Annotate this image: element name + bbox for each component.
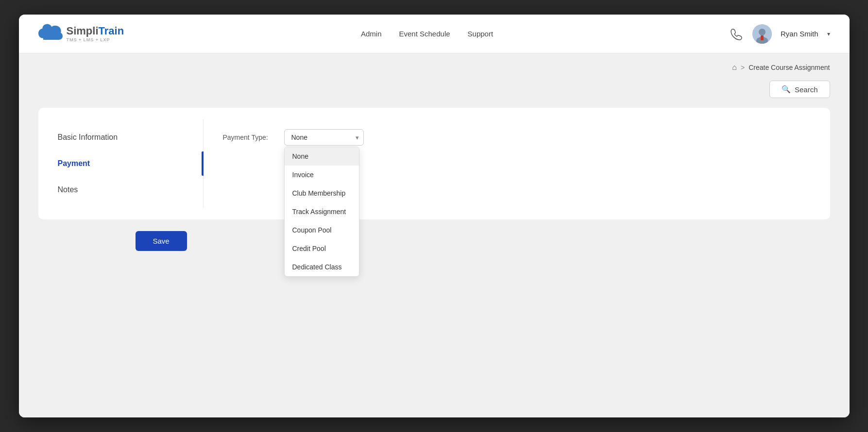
payment-type-row: Payment Type: None Invoice Club Membersh… [223,129,811,146]
dropdown-item-club-membership[interactable]: Club Membership [285,184,359,202]
search-label: Search [795,85,818,94]
phone-icon[interactable] [730,27,744,41]
logo-text: SimpliTrain TMS + LMS + LXP [67,25,124,42]
payment-type-label: Payment Type: [223,133,276,141]
logo-train: Train [99,25,124,37]
logo-simpli: Simpli [67,25,99,37]
search-button[interactable]: 🔍 Search [769,81,830,98]
header-nav: Admin Event Schedule Support [361,30,493,38]
payment-type-select[interactable]: None Invoice Club Membership Track Assig… [284,129,364,146]
breadcrumb-separator: > [741,64,745,71]
logo-subtitle: TMS + LMS + LXP [67,37,124,42]
payment-type-select-wrapper: None Invoice Club Membership Track Assig… [284,129,364,146]
app-window: SimpliTrain TMS + LMS + LXP Admin Event … [19,15,850,417]
nav-event-schedule[interactable]: Event Schedule [399,30,450,38]
sidebar-item-basic-information[interactable]: Basic Information [38,124,203,150]
form-card: Basic Information Payment Notes Payment … [38,108,830,219]
nav-support[interactable]: Support [468,30,494,38]
logo: SimpliTrain TMS + LMS + LXP [38,23,124,45]
save-button[interactable]: Save [136,231,187,251]
avatar [752,24,772,44]
breadcrumb-current: Create Course Assignment [749,64,830,71]
dropdown-item-coupon-pool[interactable]: Coupon Pool [285,221,359,239]
svg-point-1 [759,29,766,35]
logo-icon [38,23,63,45]
search-bar: 🔍 Search [38,81,830,98]
dropdown-item-credit-pool[interactable]: Credit Pool [285,239,359,258]
sidebar-item-payment[interactable]: Payment [38,150,203,177]
dropdown-item-dedicated-class[interactable]: Dedicated Class [285,258,359,276]
breadcrumb-home-icon[interactable]: ⌂ [732,63,737,72]
dropdown-item-none[interactable]: None [285,147,359,166]
dropdown-item-invoice[interactable]: Invoice [285,166,359,184]
dropdown-item-track-assignment[interactable]: Track Assignment [285,202,359,221]
search-icon: 🔍 [782,85,791,94]
main-content: ⌂ > Create Course Assignment 🔍 Search Ba… [19,53,850,417]
header-right: Ryan Smith ▾ [730,24,830,44]
breadcrumb: ⌂ > Create Course Assignment [38,63,830,72]
svg-rect-3 [761,35,764,40]
payment-type-dropdown: None Invoice Club Membership Track Assig… [284,147,359,277]
form-sidebar: Basic Information Payment Notes [38,119,204,208]
header: SimpliTrain TMS + LMS + LXP Admin Event … [19,15,850,53]
nav-admin[interactable]: Admin [361,30,382,38]
form-content: Payment Type: None Invoice Club Membersh… [204,119,830,208]
user-name: Ryan Smith [781,30,818,38]
chevron-down-icon[interactable]: ▾ [827,31,830,37]
actions-row: Save [38,231,830,256]
sidebar-item-notes[interactable]: Notes [38,177,203,203]
